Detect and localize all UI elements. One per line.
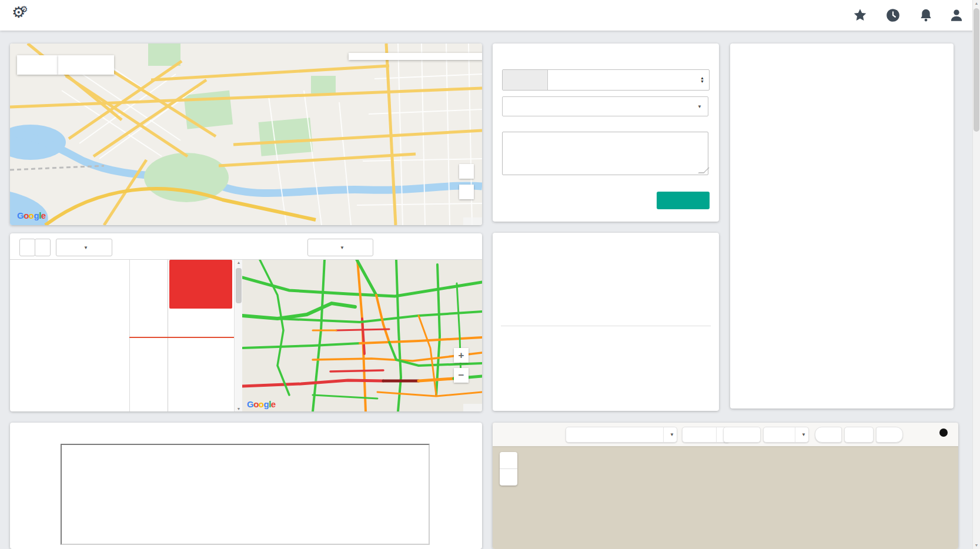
map-zoom-control bbox=[500, 452, 517, 486]
forward-3hrs-button[interactable] bbox=[876, 427, 903, 443]
customers-filter[interactable]: ▼ bbox=[307, 239, 373, 256]
divider bbox=[501, 326, 711, 326]
gears-icon[interactable]: ⚙⚙ bbox=[12, 4, 34, 22]
network-load-panel bbox=[10, 423, 482, 549]
resize-handle[interactable] bbox=[698, 168, 710, 173]
scrollbar-thumb[interactable] bbox=[236, 268, 242, 303]
chevron-down-icon[interactable]: ▼ bbox=[663, 427, 677, 442]
select-arrows-icon: ▲▼ bbox=[700, 76, 704, 83]
traffic-zoom-in-button[interactable]: + bbox=[454, 348, 469, 363]
scrollbar-thumb[interactable] bbox=[974, 8, 979, 132]
back-3hrs-button[interactable] bbox=[815, 427, 842, 443]
network-load-chart bbox=[61, 444, 430, 545]
zoom-in-button[interactable] bbox=[500, 452, 517, 469]
scroll-up-icon[interactable]: ▲ bbox=[973, 0, 980, 7]
dark-sky-icon bbox=[939, 428, 948, 437]
send-to-select[interactable]: ▲▼ bbox=[502, 69, 710, 91]
precipitation-panel: ▼ ▼ ▼ bbox=[493, 423, 958, 549]
bell-icon[interactable] bbox=[918, 8, 934, 23]
chevron-down-icon: ▼ bbox=[83, 245, 88, 250]
layer-select[interactable]: ▼ bbox=[566, 427, 677, 443]
next-day-button[interactable] bbox=[35, 239, 51, 256]
map-attribution bbox=[463, 217, 482, 225]
send-sms-button[interactable] bbox=[657, 192, 710, 209]
prev-day-button[interactable] bbox=[19, 239, 35, 256]
traffic-zoom-out-button[interactable]: − bbox=[454, 368, 469, 383]
assets-map-panel: Google bbox=[10, 43, 482, 225]
scheduler-panel: ▼ ▼ ▲ ▼ bbox=[10, 233, 482, 411]
map-zoom-in-button[interactable] bbox=[459, 164, 474, 179]
send-to-label bbox=[503, 70, 548, 90]
gear-small: ⚙ bbox=[20, 4, 28, 14]
map-type-map-button[interactable] bbox=[17, 55, 58, 75]
google-logo: Google bbox=[17, 210, 46, 220]
clock-icon[interactable] bbox=[885, 8, 901, 23]
divider bbox=[129, 260, 130, 411]
chevron-down-icon[interactable]: ▼ bbox=[795, 427, 808, 442]
date-picker[interactable]: ▼ bbox=[56, 239, 112, 256]
map-layer-legend bbox=[349, 53, 482, 60]
star-icon[interactable] bbox=[852, 8, 868, 23]
messages-panel bbox=[493, 233, 719, 411]
map-type-satellite-button[interactable] bbox=[58, 55, 114, 75]
dashboard: ⚙⚙ ▲ ▼ bbox=[0, 0, 980, 549]
scroll-down-icon[interactable]: ▼ bbox=[235, 407, 243, 411]
schedule-event[interactable] bbox=[169, 260, 232, 309]
now-button[interactable] bbox=[844, 427, 874, 443]
zoom-out-button[interactable] bbox=[500, 469, 517, 486]
date-button[interactable] bbox=[723, 427, 761, 443]
map-zoom-out-button[interactable] bbox=[459, 185, 474, 199]
traffic-map[interactable]: + − Google bbox=[242, 260, 482, 411]
map-attribution bbox=[463, 404, 482, 411]
recipient-search-input[interactable]: ▼ bbox=[502, 96, 708, 116]
divider bbox=[168, 260, 168, 411]
top-nav: ⚙⚙ bbox=[0, 0, 980, 31]
scroll-down-icon[interactable]: ▼ bbox=[973, 542, 980, 549]
send-sms-panel: ▲▼ ▼ bbox=[493, 43, 719, 222]
current-time-line bbox=[129, 337, 234, 338]
scroll-up-icon[interactable]: ▲ bbox=[235, 260, 243, 265]
google-logo: Google bbox=[247, 399, 276, 409]
chevron-down-icon: ▼ bbox=[340, 245, 344, 250]
page-scrollbar[interactable]: ▲ ▼ bbox=[972, 0, 980, 549]
overdue-summary-panel bbox=[730, 43, 954, 409]
message-textarea[interactable] bbox=[502, 132, 708, 175]
time-select[interactable]: ▼ bbox=[763, 427, 809, 443]
dark-sky-attribution[interactable] bbox=[939, 428, 951, 437]
person-icon[interactable] bbox=[949, 8, 964, 23]
chevron-down-icon: ▼ bbox=[697, 104, 702, 109]
schedule-scrollbar[interactable]: ▲ ▼ bbox=[234, 260, 243, 411]
overdue-donut-chart[interactable] bbox=[730, 45, 954, 203]
